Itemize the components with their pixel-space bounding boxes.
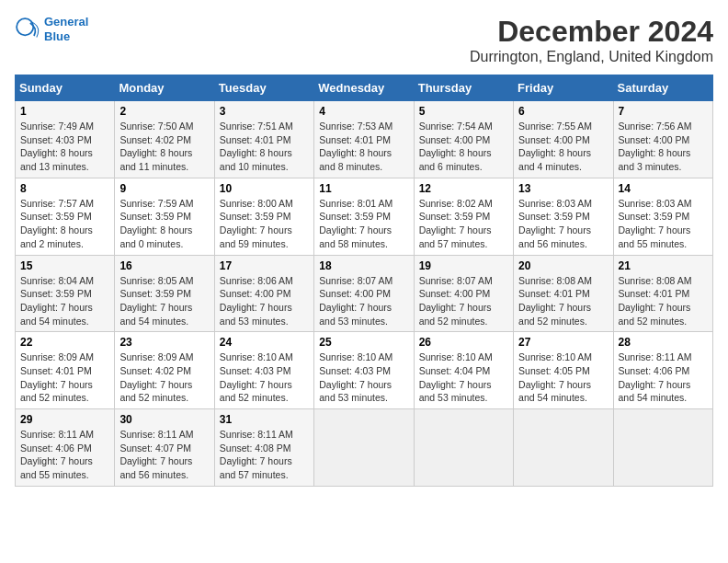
day-number: 29 — [20, 413, 109, 426]
day-daylight: Daylight: 7 hours and 52 minutes. — [220, 379, 292, 404]
calendar-cell: 16 Sunrise: 8:05 AM Sunset: 3:59 PM Dayl… — [115, 255, 214, 332]
day-sunset: Sunset: 4:02 PM — [119, 365, 191, 376]
day-number: 28 — [619, 336, 708, 349]
calendar-cell: 12 Sunrise: 8:02 AM Sunset: 3:59 PM Dayl… — [414, 178, 513, 255]
day-number: 9 — [119, 182, 209, 195]
day-sunrise: Sunrise: 8:01 AM — [319, 198, 392, 209]
day-daylight: Daylight: 7 hours and 52 minutes. — [518, 302, 591, 327]
calendar-cell: 29 Sunrise: 8:11 AM Sunset: 4:06 PM Dayl… — [16, 409, 115, 487]
day-number: 17 — [220, 259, 309, 272]
day-sunset: Sunset: 4:06 PM — [20, 442, 92, 454]
day-daylight: Daylight: 7 hours and 59 minutes. — [220, 224, 292, 249]
day-sunset: Sunset: 4:05 PM — [518, 365, 590, 376]
day-sunrise: Sunrise: 7:59 AM — [119, 198, 193, 209]
day-number: 1 — [20, 105, 109, 118]
calendar-cell: 20 Sunrise: 8:08 AM Sunset: 4:01 PM Dayl… — [514, 255, 613, 332]
day-daylight: Daylight: 7 hours and 58 minutes. — [319, 224, 392, 249]
day-daylight: Daylight: 8 hours and 10 minutes. — [220, 147, 292, 172]
day-daylight: Daylight: 7 hours and 54 minutes. — [518, 379, 591, 404]
day-sunrise: Sunrise: 8:11 AM — [220, 429, 293, 440]
month-title: December 2024 — [470, 15, 713, 49]
day-sunset: Sunset: 4:08 PM — [220, 442, 291, 454]
calendar-cell: 6 Sunrise: 7:55 AM Sunset: 4:00 PM Dayli… — [514, 101, 613, 178]
day-sunset: Sunset: 4:07 PM — [119, 442, 191, 454]
day-sunrise: Sunrise: 8:10 AM — [518, 351, 592, 362]
calendar-cell: 8 Sunrise: 7:57 AM Sunset: 3:59 PM Dayli… — [16, 178, 115, 255]
header: General Blue December 2024 Durrington, E… — [15, 15, 713, 65]
calendar-cell: 3 Sunrise: 7:51 AM Sunset: 4:01 PM Dayli… — [214, 101, 313, 178]
calendar-cell: 7 Sunrise: 7:56 AM Sunset: 4:00 PM Dayli… — [613, 101, 712, 178]
day-sunrise: Sunrise: 7:56 AM — [619, 121, 692, 132]
calendar-cell: 14 Sunrise: 8:03 AM Sunset: 3:59 PM Dayl… — [613, 178, 712, 255]
calendar-cell: 1 Sunrise: 7:49 AM Sunset: 4:03 PM Dayli… — [16, 101, 115, 178]
day-sunset: Sunset: 4:03 PM — [20, 134, 92, 145]
day-number: 13 — [518, 182, 608, 195]
day-number: 11 — [319, 182, 408, 195]
day-sunrise: Sunrise: 8:07 AM — [419, 275, 493, 286]
calendar-cell — [414, 409, 513, 487]
day-daylight: Daylight: 7 hours and 53 minutes. — [319, 379, 392, 404]
calendar-cell: 9 Sunrise: 7:59 AM Sunset: 3:59 PM Dayli… — [115, 178, 214, 255]
day-sunset: Sunset: 4:06 PM — [619, 365, 690, 376]
day-daylight: Daylight: 8 hours and 2 minutes. — [20, 224, 93, 249]
day-sunset: Sunset: 4:01 PM — [619, 288, 690, 299]
day-sunset: Sunset: 3:59 PM — [119, 288, 191, 299]
day-sunset: Sunset: 3:59 PM — [119, 211, 191, 222]
day-sunset: Sunset: 3:59 PM — [319, 211, 391, 222]
day-sunrise: Sunrise: 8:11 AM — [119, 429, 193, 440]
day-sunrise: Sunrise: 8:10 AM — [319, 351, 392, 362]
calendar-cell: 22 Sunrise: 8:09 AM Sunset: 4:01 PM Dayl… — [16, 332, 115, 409]
logo-line2: Blue — [44, 29, 70, 43]
day-daylight: Daylight: 7 hours and 54 minutes. — [619, 379, 691, 404]
day-daylight: Daylight: 7 hours and 54 minutes. — [119, 302, 192, 327]
day-number: 5 — [419, 105, 508, 118]
day-sunset: Sunset: 4:01 PM — [20, 365, 92, 376]
day-number: 6 — [518, 105, 608, 118]
calendar-cell: 18 Sunrise: 8:07 AM Sunset: 4:00 PM Dayl… — [314, 255, 414, 332]
day-number: 4 — [319, 105, 408, 118]
calendar-cell — [514, 409, 613, 487]
weekday-header-sunday: Sunday — [16, 75, 115, 101]
day-number: 16 — [119, 259, 209, 272]
calendar-cell: 4 Sunrise: 7:53 AM Sunset: 4:01 PM Dayli… — [314, 101, 414, 178]
svg-point-0 — [17, 18, 33, 35]
day-sunrise: Sunrise: 8:03 AM — [619, 198, 692, 209]
day-sunrise: Sunrise: 8:11 AM — [619, 351, 692, 362]
day-sunset: Sunset: 3:59 PM — [518, 211, 590, 222]
day-sunset: Sunset: 3:59 PM — [20, 211, 92, 222]
day-sunset: Sunset: 3:59 PM — [220, 211, 291, 222]
day-daylight: Daylight: 8 hours and 11 minutes. — [119, 147, 192, 172]
day-sunrise: Sunrise: 8:10 AM — [220, 351, 293, 362]
calendar-cell: 5 Sunrise: 7:54 AM Sunset: 4:00 PM Dayli… — [414, 101, 513, 178]
calendar-cell — [314, 409, 414, 487]
day-daylight: Daylight: 7 hours and 55 minutes. — [20, 455, 93, 480]
day-daylight: Daylight: 8 hours and 6 minutes. — [419, 147, 492, 172]
logo-icon — [15, 17, 40, 42]
day-number: 31 — [220, 413, 309, 426]
day-daylight: Daylight: 7 hours and 53 minutes. — [319, 302, 392, 327]
calendar-cell: 23 Sunrise: 8:09 AM Sunset: 4:02 PM Dayl… — [115, 332, 214, 409]
day-number: 8 — [20, 182, 109, 195]
calendar-cell: 10 Sunrise: 8:00 AM Sunset: 3:59 PM Dayl… — [214, 178, 313, 255]
calendar-cell: 28 Sunrise: 8:11 AM Sunset: 4:06 PM Dayl… — [613, 332, 712, 409]
day-daylight: Daylight: 7 hours and 55 minutes. — [619, 224, 691, 249]
day-sunset: Sunset: 4:02 PM — [119, 134, 191, 145]
day-sunrise: Sunrise: 8:05 AM — [119, 275, 193, 286]
day-sunrise: Sunrise: 8:03 AM — [518, 198, 592, 209]
calendar-cell: 17 Sunrise: 8:06 AM Sunset: 4:00 PM Dayl… — [214, 255, 313, 332]
title-area: December 2024 Durrington, England, Unite… — [470, 15, 713, 65]
calendar-cell: 21 Sunrise: 8:08 AM Sunset: 4:01 PM Dayl… — [613, 255, 712, 332]
weekday-header-wednesday: Wednesday — [314, 75, 414, 101]
day-sunrise: Sunrise: 8:04 AM — [20, 275, 94, 286]
day-number: 20 — [518, 259, 608, 272]
day-number: 26 — [419, 336, 508, 349]
calendar-cell: 24 Sunrise: 8:10 AM Sunset: 4:03 PM Dayl… — [214, 332, 313, 409]
day-number: 18 — [319, 259, 408, 272]
day-sunset: Sunset: 4:01 PM — [220, 134, 291, 145]
day-daylight: Daylight: 7 hours and 56 minutes. — [518, 224, 591, 249]
calendar-cell: 19 Sunrise: 8:07 AM Sunset: 4:00 PM Dayl… — [414, 255, 513, 332]
calendar-cell: 11 Sunrise: 8:01 AM Sunset: 3:59 PM Dayl… — [314, 178, 414, 255]
calendar-table: SundayMondayTuesdayWednesdayThursdayFrid… — [15, 75, 713, 487]
day-sunset: Sunset: 3:59 PM — [20, 288, 92, 299]
day-sunrise: Sunrise: 7:57 AM — [20, 198, 94, 209]
